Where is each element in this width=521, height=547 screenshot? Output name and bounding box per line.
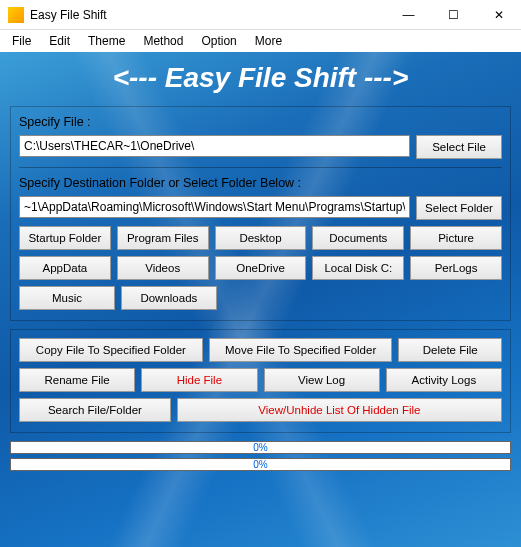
- copy-file-button[interactable]: Copy File To Specified Folder: [19, 338, 203, 362]
- menu-edit[interactable]: Edit: [41, 32, 78, 50]
- dest-path-input[interactable]: [19, 196, 410, 218]
- quick-picture[interactable]: Picture: [410, 226, 502, 250]
- file-path-input[interactable]: [19, 135, 410, 157]
- quick-desktop[interactable]: Desktop: [215, 226, 307, 250]
- quick-perlogs[interactable]: PerLogs: [410, 256, 502, 280]
- quick-music[interactable]: Music: [19, 286, 115, 310]
- file-panel: Specify File : Select File Specify Desti…: [10, 106, 511, 321]
- move-file-button[interactable]: Move File To Specified Folder: [209, 338, 393, 362]
- progress-1-text: 0%: [11, 442, 510, 453]
- quick-startup-folder[interactable]: Startup Folder: [19, 226, 111, 250]
- delete-file-button[interactable]: Delete File: [398, 338, 502, 362]
- actions-panel: Copy File To Specified Folder Move File …: [10, 329, 511, 433]
- minimize-button[interactable]: —: [386, 0, 431, 30]
- menu-bar: File Edit Theme Method Option More: [0, 30, 521, 52]
- dest-label: Specify Destination Folder or Select Fol…: [19, 176, 502, 190]
- quick-documents[interactable]: Documents: [312, 226, 404, 250]
- app-icon: [8, 7, 24, 23]
- activity-logs-button[interactable]: Activity Logs: [386, 368, 502, 392]
- window-title: Easy File Shift: [30, 8, 386, 22]
- select-folder-button[interactable]: Select Folder: [416, 196, 502, 220]
- title-bar: Easy File Shift — ☐ ✕: [0, 0, 521, 30]
- select-file-button[interactable]: Select File: [416, 135, 502, 159]
- menu-method[interactable]: Method: [135, 32, 191, 50]
- client-area: <--- Easy File Shift ---> Specify File :…: [0, 52, 521, 547]
- maximize-button[interactable]: ☐: [431, 0, 476, 30]
- quick-videos[interactable]: Videos: [117, 256, 209, 280]
- hide-file-button[interactable]: Hide File: [141, 368, 257, 392]
- progress-2-text: 0%: [11, 459, 510, 470]
- divider: [19, 167, 502, 168]
- view-unhide-button[interactable]: View/Unhide List Of Hidden File: [177, 398, 502, 422]
- menu-file[interactable]: File: [4, 32, 39, 50]
- menu-theme[interactable]: Theme: [80, 32, 133, 50]
- search-file-button[interactable]: Search File/Folder: [19, 398, 171, 422]
- quick-program-files[interactable]: Program Files: [117, 226, 209, 250]
- app-banner: <--- Easy File Shift --->: [0, 52, 521, 106]
- close-button[interactable]: ✕: [476, 0, 521, 30]
- file-label: Specify File :: [19, 115, 502, 129]
- quick-local-disk-c[interactable]: Local Disk C:: [312, 256, 404, 280]
- menu-more[interactable]: More: [247, 32, 290, 50]
- quick-appdata[interactable]: AppData: [19, 256, 111, 280]
- rename-file-button[interactable]: Rename File: [19, 368, 135, 392]
- view-log-button[interactable]: View Log: [264, 368, 380, 392]
- quick-downloads[interactable]: Downloads: [121, 286, 217, 310]
- quick-onedrive[interactable]: OneDrive: [215, 256, 307, 280]
- progress-bar-1: 0%: [10, 441, 511, 454]
- menu-option[interactable]: Option: [193, 32, 244, 50]
- progress-bar-2: 0%: [10, 458, 511, 471]
